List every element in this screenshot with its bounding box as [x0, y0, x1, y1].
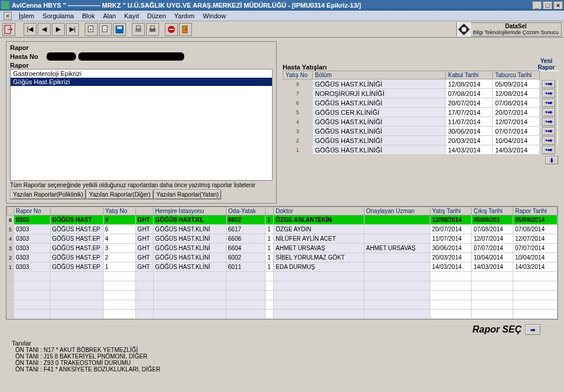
- hasta-yatis-row[interactable]: 5GÖĞÜS CER.KLİNİĞİ17/07/201420/07/2014•➡: [283, 108, 558, 117]
- detail-row[interactable]: 20303GÖĞÜS HAST.EP2GHTGÖĞÜS HAST.KLİNİ60…: [7, 253, 558, 263]
- tool-new-icon[interactable]: [85, 23, 98, 36]
- rapor-sublabel: Rapor: [10, 62, 273, 69]
- hasta-yatis-row[interactable]: 9GÖĞÜS HAST.KLİNİĞİ12/08/201405/09/2014•…: [283, 79, 558, 89]
- diagnosis-line: ÖN TANI : F41 * ANKSİYETE BOZUKLUKLARI, …: [12, 366, 552, 373]
- tool-print2-icon[interactable]: [146, 23, 159, 36]
- detail-row-empty: [7, 310, 558, 319]
- svg-rect-8: [151, 26, 154, 29]
- close-button[interactable]: ×: [553, 1, 563, 9]
- dcol-yatisno: Yatış No: [103, 207, 135, 215]
- svg-rect-6: [137, 26, 140, 29]
- menu-islem[interactable]: İşlem: [15, 12, 38, 20]
- rapor-fieldset: Rapor Hasta No Rapor Gastroenteroloji Ep…: [6, 41, 277, 204]
- detail-row-empty: [7, 272, 558, 281]
- hasta-yatis-row[interactable]: 4GÖĞÜS HAST.KLİNİĞİ11/07/201412/07/2014•…: [283, 117, 558, 127]
- tanilar-section: Tanılar ÖN TANI : N17 * AKUT BÖBREK YETM…: [6, 338, 558, 374]
- btn-raporlar-poliklinik[interactable]: Yazılan Raporlar(Poliklinik): [10, 190, 86, 200]
- hasta-yatis-label: Hasta Yatışları: [283, 64, 327, 71]
- yeni-rapor-button[interactable]: •➡: [542, 127, 555, 135]
- rapor-option-1[interactable]: Göğüs Hast.Epikrizi: [11, 78, 272, 86]
- tool-door-icon[interactable]: [179, 23, 192, 36]
- tool-print-icon[interactable]: [132, 23, 145, 36]
- tool-last-icon[interactable]: ▶|: [66, 23, 79, 36]
- minimize-button[interactable]: _: [532, 1, 542, 9]
- svg-point-12: [185, 29, 187, 30]
- diagnosis-line: ÖN TANI : Z93 0 TRAKEOSTOMİ DURUMU: [12, 360, 552, 366]
- tool-exit-icon[interactable]: [2, 23, 15, 36]
- detail-table: Rapor No Yatış No Hemşire İstasyonu Oda-…: [6, 207, 558, 319]
- scroll-down-button[interactable]: ⬇: [545, 156, 558, 164]
- tool-stop-icon[interactable]: [165, 23, 178, 36]
- yeni-rapor-header: Yeni Rapor: [535, 58, 558, 71]
- dcol-ctarih: Çıkış Tarihi: [472, 207, 513, 215]
- hasta-yatis-row[interactable]: 1GÖĞÜS HAST.KLİNİĞİ14/03/201414/03/2014•…: [283, 145, 558, 155]
- col-taburcu: Taburcu Tarihi: [493, 71, 540, 79]
- rapor-sec-button[interactable]: ➡: [525, 324, 540, 335]
- detail-row-empty: [7, 291, 558, 300]
- rapor-type-list[interactable]: Gastroenteroloji Epikrizi Göğüs Hast.Epi…: [10, 69, 273, 181]
- detail-table-wrap: Rapor No Yatış No Hemşire İstasyonu Oda-…: [6, 206, 558, 320]
- brand-slogan: Bilgi Teknolojilerinde Çözüm Sunucu: [473, 29, 559, 35]
- detail-row-empty: [7, 300, 558, 310]
- rapor-option-0[interactable]: Gastroenteroloji Epikrizi: [11, 69, 272, 78]
- yeni-rapor-button[interactable]: •➡: [542, 80, 555, 88]
- rapor-sec-label: Rapor SEÇ: [472, 324, 522, 335]
- toolbar: |◀ ◀ ▶ ▶| DataSel Bilgi Teknolojilerinde…: [0, 21, 564, 38]
- dcol-ytarih: Yatış Tarihi: [430, 207, 472, 215]
- btn-raporlar-diger[interactable]: Yazılan Raporlar(Diğer): [86, 190, 153, 200]
- window-titlebar: AviCenna HBYS " ————— MRKZ " U.Ü.SAĞLIK …: [0, 0, 564, 11]
- tool-save-icon[interactable]: [113, 23, 126, 36]
- hasta-yatis-row[interactable]: 6GÖĞÜS HAST.KLİNİĞİ20/07/201407/08/2014•…: [283, 98, 558, 108]
- yeni-rapor-button[interactable]: •➡: [542, 89, 555, 98]
- hasta-name-redacted: [78, 52, 184, 61]
- hasta-yatis-row[interactable]: 2GÖĞÜS HAST.KLİNİĞİ20/03/201410/04/2014•…: [283, 136, 558, 145]
- hasta-no-label: Hasta No: [10, 53, 44, 60]
- dcol-onay: Onaylayan Uzman: [364, 207, 430, 215]
- detail-row[interactable]: 40303GÖĞÜS HAST.EP4GHTGÖĞÜS HAST.KLİNİ66…: [7, 234, 558, 244]
- maximize-button[interactable]: □: [543, 1, 552, 9]
- yeni-rapor-button[interactable]: •➡: [542, 146, 555, 154]
- hasta-yatis-table: Yatış No Bölüm Kabul Tarihi Taburcu Tari…: [283, 71, 558, 155]
- brand-name: DataSel: [473, 23, 559, 29]
- window-title: AviCenna HBYS " ————— MRKZ " U.Ü.SAĞLIK …: [12, 2, 361, 9]
- menu-sorgulama[interactable]: Sorgulama: [39, 12, 77, 20]
- menu-blok[interactable]: Blok: [79, 12, 98, 20]
- detail-row[interactable]: 50303GÖĞÜS HAST.EP6GHTGÖĞÜS HAST.KLİNİ66…: [7, 225, 558, 234]
- hasta-yatis-row[interactable]: 3GÖĞÜS HAST.KLİNİĞİ30/06/201407/07/2014•…: [283, 127, 558, 136]
- dcol-oda: Oda-Yatak: [226, 207, 266, 215]
- menu-bar: × İşlem Sorgulama Blok Alan Kayıt Düzen …: [0, 11, 564, 21]
- diagnosis-line: ÖN TANI : N17 * AKUT BÖBREK YETMEZLİĞİ: [12, 347, 552, 353]
- tool-prev-icon[interactable]: ◀: [38, 23, 51, 36]
- yeni-rapor-button[interactable]: •➡: [542, 118, 555, 126]
- menu-kayit[interactable]: Kayıt: [121, 12, 142, 20]
- svg-rect-2: [102, 26, 107, 32]
- btn-raporlar-yatan[interactable]: Yazılan Raporlar(Yatan): [154, 190, 222, 200]
- menu-window[interactable]: Window: [199, 12, 229, 20]
- yeni-rapor-button[interactable]: •➡: [542, 108, 555, 117]
- detail-row[interactable]: 60303GÖĞÜS HAST9GHTGÖĞÜS HAST.KL66021ÖZG…: [7, 215, 558, 225]
- yeni-rapor-button[interactable]: •➡: [542, 137, 555, 145]
- rapor-section-label: Rapor: [10, 44, 273, 51]
- menu-yardim[interactable]: Yardım: [171, 12, 198, 20]
- dcol-raporno: Rapor No: [14, 207, 51, 215]
- col-yatisno: Yatış No: [283, 71, 313, 79]
- yeni-rapor-button[interactable]: •➡: [542, 99, 555, 107]
- hasta-yatis-row[interactable]: 7NOROŞİRÜRJİ KLİNİĞİ07/08/201412/08/2014…: [283, 89, 558, 98]
- svg-rect-4: [117, 26, 122, 29]
- detail-row[interactable]: 10303GÖĞÜS HAST.EP1GHTGÖĞÜS HAST.KLİNİ60…: [7, 263, 558, 272]
- col-kabul: Kabul Tarihi: [446, 71, 493, 79]
- rapor-hint: Tüm Raporlar seçeneğinde yetkili olduğun…: [10, 182, 273, 188]
- dcol-rtarih: Rapor Tarihi: [513, 207, 557, 215]
- tool-first-icon[interactable]: |◀: [24, 23, 37, 36]
- svg-rect-10: [169, 29, 174, 30]
- tool-next-icon[interactable]: ▶: [52, 23, 65, 36]
- dcol-hemsire: Hemşire İstasyonu: [153, 207, 226, 215]
- dcol-doktor: Doktor: [274, 207, 364, 215]
- menu-alan[interactable]: Alan: [99, 12, 120, 20]
- detail-row[interactable]: 30303GÖĞÜS HAST.EP3GHTGÖĞÜS HAST.KLİNİ66…: [7, 244, 558, 253]
- tool-delete-icon[interactable]: [99, 23, 112, 36]
- hasta-no-value-redacted: [47, 52, 76, 61]
- menu-duzen[interactable]: Düzen: [144, 12, 170, 20]
- mdi-close-icon[interactable]: ×: [4, 12, 12, 20]
- brand-badge: DataSel Bilgi Teknolojilerinde Çözüm Sun…: [456, 22, 562, 36]
